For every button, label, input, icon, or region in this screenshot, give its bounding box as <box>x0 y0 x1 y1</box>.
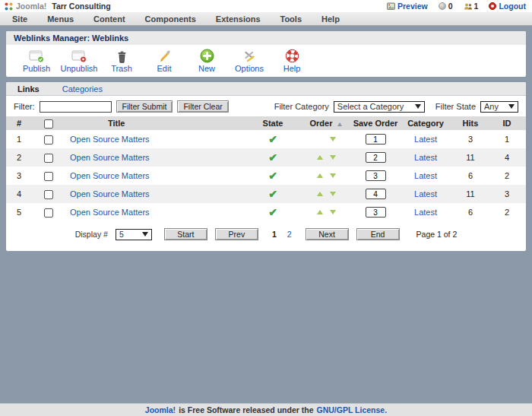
row-title-cell: Open Source Matters <box>64 203 246 221</box>
header-order[interactable]: Order <box>299 116 353 130</box>
tab-categories[interactable]: Categories <box>51 84 114 94</box>
filter-submit-button[interactable]: Filter Submit <box>116 100 173 113</box>
order-down-icon[interactable] <box>330 155 336 160</box>
filter-clear-button[interactable]: Filter Clear <box>177 100 228 113</box>
select-all-checkbox[interactable] <box>44 119 53 129</box>
page-title: Weblinks Manager: Weblinks <box>6 31 526 45</box>
new-button[interactable]: New <box>185 48 228 73</box>
preview-link[interactable]: Preview <box>397 2 428 11</box>
weblink-title-link[interactable]: Open Source Matters <box>70 135 150 144</box>
page-number-link[interactable]: 2 <box>287 230 292 239</box>
row-num: 5 <box>6 203 33 221</box>
joomla-footer-link[interactable]: Joomla! <box>145 405 176 414</box>
row-state-cell: ✔ <box>246 185 299 203</box>
header-hits[interactable]: Hits <box>453 116 488 130</box>
published-check-icon[interactable]: ✔ <box>268 170 277 182</box>
publish-button[interactable]: Publish <box>15 48 58 73</box>
row-checkbox[interactable] <box>44 208 53 218</box>
next-button[interactable]: Next <box>306 228 349 240</box>
row-hits: 6 <box>453 203 488 221</box>
row-checkbox-cell <box>33 167 64 185</box>
order-input[interactable] <box>366 207 386 218</box>
table-row: 1 Open Source Matters ✔ Latest 3 1 <box>6 130 526 148</box>
header-category[interactable]: Category <box>398 116 453 130</box>
order-down-icon[interactable] <box>330 192 336 196</box>
menu-tools[interactable]: Tools <box>271 14 312 24</box>
order-down-icon[interactable] <box>330 137 336 141</box>
published-check-icon[interactable]: ✔ <box>268 206 277 218</box>
weblink-title-link[interactable]: Open Source Matters <box>70 153 150 162</box>
category-link[interactable]: Latest <box>414 189 437 198</box>
weblink-title-link[interactable]: Open Source Matters <box>70 189 150 198</box>
order-down-icon[interactable] <box>330 210 336 214</box>
menu-menus[interactable]: Menus <box>37 14 84 24</box>
row-title-cell: Open Source Matters <box>64 185 246 203</box>
category-link[interactable]: Latest <box>414 153 437 162</box>
row-num: 3 <box>6 167 33 185</box>
filter-category-select[interactable]: Select a Category <box>334 101 425 113</box>
row-checkbox-cell <box>33 185 64 203</box>
row-checkbox[interactable] <box>44 135 53 144</box>
edit-button[interactable]: Edit <box>143 48 185 73</box>
menu-site[interactable]: Site <box>2 14 37 24</box>
order-up-icon[interactable] <box>317 192 323 196</box>
row-state-cell: ✔ <box>246 167 299 185</box>
trash-button[interactable]: Trash <box>100 48 143 73</box>
row-checkbox-cell <box>33 148 64 167</box>
messages-icon <box>439 2 446 10</box>
order-input[interactable] <box>366 189 386 199</box>
row-state-cell: ✔ <box>246 203 299 221</box>
order-down-icon[interactable] <box>330 173 336 178</box>
row-checkbox[interactable] <box>44 154 53 163</box>
logout-icon <box>489 2 496 10</box>
published-check-icon[interactable]: ✔ <box>268 151 277 164</box>
row-state-cell: ✔ <box>246 148 299 167</box>
published-check-icon[interactable]: ✔ <box>268 188 277 200</box>
order-input[interactable] <box>366 134 386 144</box>
weblink-title-link[interactable]: Open Source Matters <box>70 208 150 217</box>
menu-help[interactable]: Help <box>312 14 350 24</box>
category-link[interactable]: Latest <box>414 135 437 144</box>
start-button[interactable]: Start <box>164 228 207 240</box>
unpublish-button[interactable]: Unpublish <box>58 48 100 73</box>
row-title-cell: Open Source Matters <box>64 148 246 167</box>
tab-links[interactable]: Links <box>6 84 51 94</box>
order-up-icon[interactable] <box>317 173 323 178</box>
row-checkbox-cell <box>33 203 64 221</box>
table-row: 3 Open Source Matters ✔ Latest 6 2 <box>6 167 526 185</box>
category-link[interactable]: Latest <box>414 171 437 180</box>
header-id[interactable]: ID <box>488 116 526 130</box>
chevron-down-icon <box>508 104 515 109</box>
order-up-icon[interactable] <box>317 155 323 160</box>
filter-state-value: Any <box>484 102 499 111</box>
admin-topbar: Joomla! Tarr Consulting Preview 0 <box>0 0 532 12</box>
display-count-select[interactable]: 5 <box>116 229 152 240</box>
pagination-bar: Display # 5 Start Prev 1 2 Next End Page… <box>6 221 526 251</box>
filter-state-select[interactable]: Any <box>480 101 518 113</box>
order-input[interactable] <box>366 170 386 181</box>
options-button[interactable]: Options <box>228 48 271 73</box>
category-link[interactable]: Latest <box>414 208 437 217</box>
tabstrip: Links Categories <box>6 82 526 96</box>
license-link[interactable]: GNU/GPL License. <box>317 405 388 414</box>
weblink-title-link[interactable]: Open Source Matters <box>70 171 150 180</box>
menu-components[interactable]: Components <box>135 14 206 24</box>
header-state[interactable]: State <box>246 116 299 130</box>
logout-link[interactable]: Logout <box>499 2 526 11</box>
end-button[interactable]: End <box>356 228 400 240</box>
header-title[interactable]: Title <box>64 116 246 130</box>
prev-button[interactable]: Prev <box>215 228 258 240</box>
row-checkbox[interactable] <box>44 190 53 199</box>
menu-extensions[interactable]: Extensions <box>206 14 271 24</box>
edit-icon <box>144 48 184 63</box>
help-button[interactable]: Help <box>271 48 313 73</box>
row-checkbox[interactable] <box>44 172 53 181</box>
row-save-order-cell <box>353 185 398 203</box>
help-icon <box>272 48 312 63</box>
published-check-icon[interactable]: ✔ <box>268 133 277 145</box>
order-input[interactable] <box>366 152 386 163</box>
filter-input[interactable] <box>40 101 112 113</box>
menu-content[interactable]: Content <box>84 14 135 24</box>
order-up-icon[interactable] <box>317 210 323 214</box>
filter-category-value: Select a Category <box>337 102 404 111</box>
